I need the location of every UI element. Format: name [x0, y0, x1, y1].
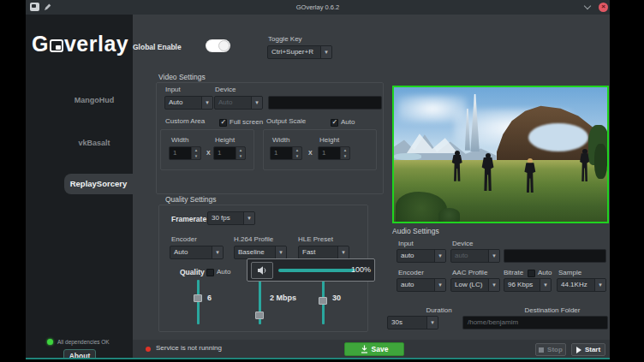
sidebar-item-replaysorcery[interactable]: ReplaySorcery	[64, 174, 133, 194]
output-scale-auto-checkbox[interactable]	[331, 119, 338, 127]
spinner-buttons[interactable]	[292, 147, 301, 159]
sample-label: Sample	[558, 269, 581, 277]
dependencies-ok-dot	[47, 339, 53, 345]
framerate-select[interactable]: 30 fps	[207, 211, 255, 225]
duration-select[interactable]: 30s	[387, 316, 438, 329]
output-height-spinner[interactable]: 1	[318, 146, 350, 160]
hle-preset-select[interactable]: Fast	[298, 246, 349, 259]
output-width-label: Width	[272, 136, 289, 145]
speaker-icon	[257, 265, 268, 276]
global-enable-toggle[interactable]	[206, 39, 230, 52]
output-height-label: Height	[319, 136, 339, 145]
titlebar: GOverlay 0.6.2	[26, 0, 610, 15]
quality-slider-value: 6	[207, 294, 212, 302]
tree-shape	[594, 144, 607, 179]
audio-device-select[interactable]: auto	[450, 249, 500, 263]
video-device-field[interactable]	[268, 96, 382, 110]
quality-slider[interactable]	[197, 280, 200, 324]
sidebar-item-vkbasalt[interactable]: vkBasalt	[56, 139, 133, 151]
aac-profile-select[interactable]: Low (LC)	[450, 278, 500, 292]
chevron-down-icon	[594, 279, 605, 291]
h264-profile-label: H.264 Profile	[234, 235, 273, 244]
output-width-spinner[interactable]: 1	[270, 146, 302, 160]
chevron-down-icon	[540, 279, 551, 291]
about-button[interactable]: About	[63, 349, 96, 359]
fullscreen-label: Full screen	[230, 118, 263, 127]
custom-width-spinner[interactable]: 1	[169, 146, 201, 160]
quality-settings-title: Quality Settings	[165, 195, 217, 204]
toggle-key-label: Toggle Key	[268, 35, 302, 44]
pond-shape	[394, 153, 421, 160]
start-button[interactable]: Start	[571, 343, 605, 356]
spinner-buttons[interactable]	[236, 147, 245, 159]
dimension-separator: X	[308, 150, 313, 156]
audio-input-select[interactable]: auto	[397, 249, 446, 263]
duration-label: Duration	[415, 306, 462, 315]
monitor-icon	[50, 39, 63, 52]
play-icon	[576, 347, 581, 353]
aac-profile-label: AAC Profile	[452, 269, 487, 277]
chevron-down-icon	[243, 212, 254, 224]
audio-encoder-select[interactable]: auto	[397, 278, 446, 292]
fullscreen-checkbox[interactable]	[219, 119, 227, 127]
save-icon	[361, 345, 368, 353]
global-enable-label: Global Enable	[133, 43, 182, 51]
sample-select[interactable]: 44.1KHz	[557, 278, 606, 292]
spinner-buttons[interactable]	[340, 147, 349, 159]
preview-image	[392, 86, 609, 223]
destination-folder-field[interactable]: /home/benjamim	[462, 316, 608, 329]
volume-popup: 100%	[247, 258, 375, 282]
dimension-separator: X	[206, 150, 211, 156]
bitrate-select[interactable]: 96 Kbps	[504, 278, 552, 292]
sidebar-item-mangohud[interactable]: MangoHud	[56, 96, 133, 108]
chevron-down-icon	[434, 250, 445, 262]
bitrate-auto-checkbox[interactable]	[528, 270, 535, 277]
audio-settings-title: Audio Settings	[392, 227, 439, 235]
save-button[interactable]: Save	[344, 342, 404, 356]
encoder-select[interactable]: Auto	[170, 246, 224, 259]
quality-label: Quality	[180, 268, 205, 276]
quality-auto-checkbox[interactable]	[206, 269, 214, 276]
rock-arch-opening	[528, 123, 588, 151]
bitrate-label: Bitrate	[504, 269, 523, 277]
app-window: GOverlay 0.6.2 Gverlay MangoHud vkBasalt…	[26, 0, 610, 359]
stop-icon	[539, 347, 544, 353]
logo-text-g: G	[32, 32, 49, 56]
screen: GOverlay 0.6.2 Gverlay MangoHud vkBasalt…	[0, 0, 644, 362]
dependencies-status: All dependencies OK	[57, 339, 110, 346]
quality-slider-handle[interactable]	[194, 294, 202, 302]
encoder-label: Encoder	[171, 235, 197, 244]
video-settings-title: Video Settings	[158, 73, 206, 81]
toggle-key-select[interactable]: Ctrl+Super+R	[267, 45, 332, 59]
custom-height-spinner[interactable]: 1	[213, 146, 246, 160]
service-status-dot	[146, 347, 151, 352]
toggle-knob	[218, 40, 230, 51]
bitrate-slider-handle[interactable]	[255, 312, 264, 319]
hle-preset-label: HLE Preset	[298, 235, 333, 244]
video-input-select[interactable]: Auto	[164, 96, 213, 110]
destination-folder-label: Destination Folder	[501, 306, 604, 315]
video-device-select[interactable]: Auto	[214, 96, 263, 110]
video-device-label: Device	[215, 86, 236, 94]
volume-slider[interactable]	[278, 269, 355, 272]
stop-button[interactable]: Stop	[535, 343, 566, 356]
bitrate-slider-value: 2 Mbps	[270, 294, 296, 302]
h264-profile-select[interactable]: Baseline	[234, 246, 287, 259]
fps-slider-handle[interactable]	[319, 297, 327, 305]
speaker-button[interactable]	[251, 262, 273, 279]
quality-auto-label: Auto	[217, 268, 230, 276]
output-scale-label: Output Scale	[266, 117, 306, 126]
footer-bar: Service is not running Save Stop Start	[133, 340, 610, 358]
window-title: GOverlay 0.6.2	[26, 0, 610, 15]
chevron-down-icon	[434, 279, 445, 291]
spinner-buttons[interactable]	[191, 147, 200, 159]
app-logo: Gverlay	[32, 32, 128, 56]
custom-width-label: Width	[171, 136, 188, 145]
chevron-down-icon	[201, 97, 212, 109]
chevron-down-icon	[488, 250, 499, 262]
character-silhouette	[451, 151, 462, 181]
custom-area-label: Custom Area	[165, 117, 205, 126]
audio-device-field[interactable]	[504, 249, 606, 263]
chevron-down-icon	[320, 46, 331, 58]
close-button[interactable]	[599, 3, 608, 12]
